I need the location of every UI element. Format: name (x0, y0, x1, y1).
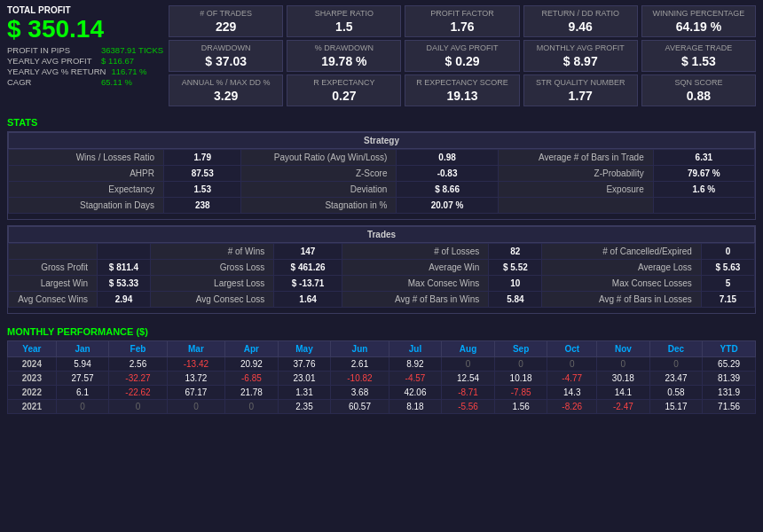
metric-value: 64.19 % (648, 20, 750, 34)
monthly-data-cell: 0 (56, 400, 109, 414)
trades-label-cell: Average Win (342, 260, 489, 276)
metric-cell-mr2-1: % DRAWDOWN 19.78 % (287, 40, 401, 72)
monthly-data-cell: -5.56 (442, 400, 495, 414)
strategy-value-cell: $ 8.66 (397, 182, 498, 198)
monthly-data-cell: -22.62 (109, 386, 167, 400)
monthly-data-cell: -7.85 (494, 386, 547, 400)
metric-value: 0.88 (648, 89, 750, 103)
monthly-data-cell: 13.72 (167, 372, 224, 386)
metric-label: DRAWDOWN (175, 43, 277, 52)
monthly-data-cell: 0 (442, 357, 495, 372)
monthly-data-cell: 0 (109, 400, 167, 414)
monthly-data-cell: 3.68 (331, 386, 389, 400)
trades-label-cell: Avg # of Bars in Losses (542, 292, 701, 308)
metric-value: 9.46 (530, 20, 632, 34)
metric-label: STR QUALITY NUMBER (530, 78, 632, 87)
metric-cell-mr3-4: SQN SCORE 0.88 (641, 74, 756, 106)
cagr-value: 65.11 % (101, 77, 132, 87)
monthly-year-cell: 2024 (8, 357, 57, 372)
table-row: # of Wins 147 # of Losses 82 # of Cancel… (9, 244, 755, 260)
monthly-year-cell: 2023 (8, 372, 57, 386)
strategy-value-cell (653, 198, 754, 214)
monthly-header-cell: Jul (389, 341, 442, 357)
strategy-value-cell: 20.07 % (397, 198, 498, 214)
monthly-header-cell: Nov (597, 341, 650, 357)
monthly-data-cell: 27.57 (56, 372, 109, 386)
metric-value: 1.5 (293, 20, 395, 34)
monthly-data-cell: 0 (649, 357, 703, 372)
yearly-avg-pct-row: YEARLY AVG % RETURN 116.71 % (7, 66, 163, 76)
trades-table: # of Wins 147 # of Losses 82 # of Cancel… (8, 243, 755, 308)
profit-pips-label: PROFIT IN PIPS (7, 45, 96, 55)
strategy-label-cell: AHPR (9, 166, 164, 182)
trades-value-cell: 10 (489, 276, 542, 292)
monthly-data-cell: -4.77 (547, 372, 597, 386)
monthly-data-cell: 60.57 (331, 400, 389, 414)
table-row: Gross Profit $ 811.4 Gross Loss $ 461.26… (9, 260, 755, 276)
monthly-section: MONTHLY PERFORMANCE ($) YearJanFebMarApr… (0, 323, 763, 418)
metric-value: 1.76 (411, 20, 513, 34)
monthly-data-cell: 0 (167, 400, 224, 414)
monthly-data-cell: 1.56 (494, 400, 547, 414)
monthly-year-cell: 2022 (8, 386, 57, 400)
strategy-value-cell: 1.79 (164, 150, 241, 166)
trades-label-cell: Avg Consec Loss (151, 292, 274, 308)
trades-value-cell: 5 (701, 276, 754, 292)
metric-label: R EXPECTANCY (293, 78, 395, 87)
metric-label: AVERAGE TRADE (648, 43, 750, 52)
monthly-data-cell: 67.17 (167, 386, 224, 400)
metrics-row-2: DRAWDOWN $ 37.03 % DRAWDOWN 19.78 % DAIL… (169, 40, 756, 72)
metric-label: R EXPECTANCY SCORE (411, 78, 513, 87)
metric-cell-mr1-1: SHARPE RATIO 1.5 (287, 5, 401, 37)
table-row: Largest Win $ 53.33 Largest Loss $ -13.7… (9, 276, 755, 292)
monthly-data-cell: 0.58 (649, 386, 703, 400)
monthly-data-cell: 65.29 (703, 357, 756, 372)
trades-cancelled-value: 0 (701, 244, 754, 260)
monthly-data-cell: 21.78 (225, 386, 279, 400)
yearly-avg-profit-row: YEARLY AVG PROFIT $ 116.67 (7, 56, 163, 66)
metric-label: MONTHLY AVG PROFIT (530, 43, 632, 52)
metric-value: 3.29 (175, 89, 277, 103)
monthly-data-cell: 2.61 (331, 357, 389, 372)
monthly-data-cell: 2.56 (109, 357, 167, 372)
stats-section: STATS Strategy Wins / Losses Ratio1.79Pa… (0, 113, 763, 323)
table-row: Wins / Losses Ratio1.79Payout Ratio (Avg… (9, 150, 755, 166)
monthly-title: MONTHLY PERFORMANCE ($) (7, 326, 756, 337)
monthly-data-cell: 71.56 (703, 400, 756, 414)
monthly-data-cell: -8.26 (547, 400, 597, 414)
cagr-row: CAGR 65.11 % (7, 77, 163, 87)
metric-value: $ 0.29 (411, 54, 513, 68)
table-row: 202327.57-32.2713.72-6.8523.01-10.82-4.5… (8, 372, 756, 386)
monthly-data-cell: 1.31 (278, 386, 331, 400)
monthly-header-cell: Sep (494, 341, 547, 357)
monthly-header-cell: Jun (331, 341, 389, 357)
monthly-data-cell: -8.71 (442, 386, 495, 400)
metric-cell-mr1-3: RETURN / DD RATIO 9.46 (523, 5, 638, 37)
profit-pips-value: 36387.91 TICKS (101, 45, 163, 55)
metric-cell-mr3-0: ANNUAL % / MAX DD % 3.29 (169, 74, 283, 106)
monthly-data-cell: 30.18 (597, 372, 650, 386)
monthly-data-cell: 8.18 (389, 400, 442, 414)
trades-losses-value: 82 (489, 244, 542, 260)
table-row: 20245.942.56-13.4220.9237.762.618.920000… (8, 357, 756, 372)
monthly-header-cell: Oct (547, 341, 597, 357)
trades-value-cell: 5.84 (489, 292, 542, 308)
monthly-header-cell: Year (8, 341, 57, 357)
metrics-row-1: # OF TRADES 229 SHARPE RATIO 1.5 PROFIT … (169, 5, 756, 37)
strategy-label-cell: Exposure (498, 182, 653, 198)
strategy-value-cell: 79.67 % (653, 166, 754, 182)
monthly-header-cell: Feb (109, 341, 167, 357)
trades-value-cell: $ 5.63 (701, 260, 754, 276)
metric-cell-mr2-3: MONTHLY AVG PROFIT $ 8.97 (523, 40, 638, 72)
trades-value-cell: 1.64 (274, 292, 342, 308)
metric-label: ANNUAL % / MAX DD % (175, 78, 277, 87)
strategy-label-cell: Wins / Losses Ratio (9, 150, 164, 166)
trades-label-cell: Avg Consec Wins (9, 292, 98, 308)
strategy-label-cell: Stagnation in Days (9, 198, 164, 214)
total-profit-value: $ 350.14 (7, 17, 163, 42)
trades-label-cell (9, 244, 98, 260)
monthly-data-cell: 0 (225, 400, 279, 414)
monthly-data-cell: 5.94 (56, 357, 109, 372)
table-row: AHPR87.53Z-Score-0.83Z-Probability79.67 … (9, 166, 755, 182)
trades-title: Trades (8, 226, 755, 243)
